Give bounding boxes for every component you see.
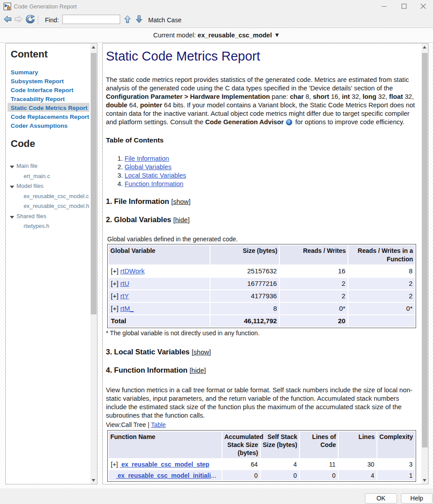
- toc-link-local-static-variables[interactable]: Local Static Variables: [125, 172, 186, 179]
- column-header: Lines: [339, 431, 376, 458]
- down-triangle-icon: [423, 479, 426, 482]
- model-dropdown-icon[interactable]: ▼: [274, 32, 280, 38]
- find-next-icon[interactable]: [136, 15, 142, 25]
- sidebar-item-coder-assumptions[interactable]: Coder Assumptions: [6, 121, 91, 130]
- forward-icon[interactable]: [15, 16, 23, 24]
- table-total-row: Total46,112,79220: [109, 315, 415, 327]
- section-toggle: [hide]: [190, 366, 206, 374]
- tree-file-label[interactable]: rtwtypes.h: [24, 223, 49, 229]
- sidebar-link-label[interactable]: Coder Assumptions: [11, 122, 68, 129]
- tree-collapse-icon[interactable]: [10, 216, 14, 219]
- app-icon: [4, 3, 11, 10]
- section-heading-global-variables: 2. Global Variables [hide]: [106, 215, 422, 224]
- section-title: File Information: [114, 197, 169, 205]
- scroll-down-icon[interactable]: [421, 477, 428, 484]
- function-link-ex_reusable_csc_model_step[interactable]: ex_reusable_csc_model_step: [120, 461, 210, 468]
- find-previous-icon[interactable]: [124, 15, 131, 25]
- tree-file-label[interactable]: ex_reusable_csc_model.h: [24, 203, 89, 209]
- report-scroll-thumb[interactable]: [422, 53, 428, 447]
- report-scrollbar[interactable]: [421, 44, 428, 484]
- table-row: [+] rtM_80*0*: [109, 303, 415, 314]
- sidebar-item-code-interface-report[interactable]: Code Interface Report: [6, 85, 91, 94]
- scroll-up-icon[interactable]: [421, 44, 428, 51]
- expand-icon[interactable]: [+]: [111, 461, 120, 468]
- sidebar-item-traceability-report[interactable]: Traceability Report: [6, 94, 91, 103]
- sidebar-link-label[interactable]: Static Code Metrics Report: [11, 105, 88, 111]
- table-cell: 2: [348, 278, 415, 289]
- tree-group-main-file[interactable]: Main file: [6, 163, 91, 173]
- variable-link-rtm_[interactable]: rtM_: [120, 305, 134, 312]
- report-intro: The static code metrics report provides …: [106, 76, 417, 128]
- table-cell: 25157632: [210, 265, 279, 277]
- table-cell: 11: [300, 459, 338, 469]
- back-icon[interactable]: [4, 16, 12, 24]
- titlebar[interactable]: Code Generation Report: [0, 0, 433, 12]
- report-panel: Static Code Metrics Report The static co…: [102, 43, 429, 484]
- expand-icon[interactable]: [+]: [111, 267, 120, 275]
- tree-group-label[interactable]: Model files: [16, 183, 44, 189]
- refresh-icon[interactable]: [26, 15, 35, 25]
- sidebar-link-label[interactable]: Code Interface Report: [11, 87, 73, 93]
- table-cell: 8: [210, 303, 279, 314]
- file-information-show-link[interactable]: show: [173, 198, 189, 205]
- help-icon[interactable]: ?: [286, 119, 292, 128]
- match-case-label[interactable]: Match Case: [148, 16, 182, 24]
- table-cell: [348, 315, 415, 327]
- toc-item: Function Information: [125, 180, 422, 188]
- variable-link-rty[interactable]: rtY: [120, 292, 129, 300]
- ok-button[interactable]: OK: [365, 493, 397, 504]
- tree-file-label[interactable]: ex_reusable_csc_model.c: [24, 193, 89, 199]
- scroll-up-icon[interactable]: [90, 44, 97, 51]
- close-button[interactable]: [413, 0, 433, 12]
- tree-file-ex-reusable-csc-model-h[interactable]: ex_reusable_csc_model.h: [6, 203, 91, 213]
- down-triangle-icon: [92, 479, 95, 482]
- scroll-down-icon[interactable]: [90, 477, 97, 484]
- sidebar-scrollbar[interactable]: [90, 44, 97, 484]
- global-variables-caption: Global variables defined in the generate…: [107, 236, 422, 243]
- toc-item: File Information: [125, 154, 422, 163]
- global-variables-hide-link[interactable]: hide: [175, 216, 188, 224]
- tree-file-label[interactable]: ert_main.c: [24, 173, 50, 179]
- toc-link-file-information[interactable]: File Information: [125, 155, 169, 162]
- tree-file-ex-reusable-csc-model-c[interactable]: ex_reusable_csc_model.c: [6, 193, 91, 203]
- maximize-button[interactable]: [394, 0, 414, 12]
- sidebar-item-static-code-metrics-report[interactable]: Static Code Metrics Report: [6, 103, 91, 112]
- sidebar-item-subsystem-report[interactable]: Subsystem Report: [6, 77, 91, 85]
- expand-icon[interactable]: [+]: [111, 292, 120, 300]
- tree-collapse-icon[interactable]: [10, 186, 14, 188]
- expand-icon[interactable]: [+]: [111, 280, 120, 287]
- sidebar-link-label[interactable]: Traceability Report: [11, 96, 65, 102]
- tree-file-ert-main-c[interactable]: ert_main.c: [6, 173, 91, 183]
- tree-collapse-icon[interactable]: [10, 166, 14, 168]
- local-static-variables-show-link[interactable]: show: [194, 348, 209, 356]
- find-input[interactable]: [62, 15, 120, 24]
- tree-group-label[interactable]: Shared files: [16, 213, 46, 219]
- variable-link-rtu[interactable]: rtU: [120, 280, 129, 287]
- toc-link-function-information[interactable]: Function Information: [125, 180, 183, 187]
- toc-heading: Table of Contents: [106, 136, 422, 144]
- sidebar-scroll-thumb[interactable]: [91, 53, 97, 314]
- tree-group-label[interactable]: Main file: [16, 163, 37, 169]
- variable-link-rtdwork[interactable]: rtDWork: [120, 267, 145, 275]
- function-information-hide-link[interactable]: hide: [191, 366, 204, 374]
- view-table-link[interactable]: Table: [151, 421, 166, 428]
- expand-icon[interactable]: [+]: [111, 305, 120, 312]
- tree-file-rtwtypes-h[interactable]: rtwtypes.h: [6, 223, 91, 233]
- window-title: Code Generation Report: [14, 3, 77, 10]
- tree-group-shared-files[interactable]: Shared files: [6, 213, 91, 224]
- minimize-button[interactable]: [374, 0, 394, 12]
- sidebar-link-label[interactable]: Code Replacements Report: [11, 114, 89, 120]
- toc-link-global-variables[interactable]: Global Variables: [125, 163, 171, 171]
- sidebar-item-code-replacements-report[interactable]: Code Replacements Report: [6, 112, 91, 121]
- column-header: Reads / Writes: [280, 245, 348, 264]
- sidebar-link-label[interactable]: Subsystem Report: [11, 78, 64, 85]
- table-cell: 1: [377, 470, 415, 480]
- sidebar-link-label[interactable]: Summary: [11, 69, 38, 76]
- function-link-ex_reusable_csc_model_initiali[interactable]: ex_reusable_csc_model_initiali: [116, 472, 211, 479]
- global-variables-table: Global VariableSize (bytes)Reads / Write…: [107, 244, 416, 328]
- table-row: [+] rtY417793622: [109, 290, 415, 302]
- sidebar-item-summary[interactable]: Summary: [6, 68, 91, 77]
- tree-group-model-files[interactable]: Model files: [6, 183, 91, 193]
- code-file-tree: Main fileert_main.cModel filesex_reusabl…: [6, 163, 91, 233]
- help-button[interactable]: Help: [401, 493, 433, 504]
